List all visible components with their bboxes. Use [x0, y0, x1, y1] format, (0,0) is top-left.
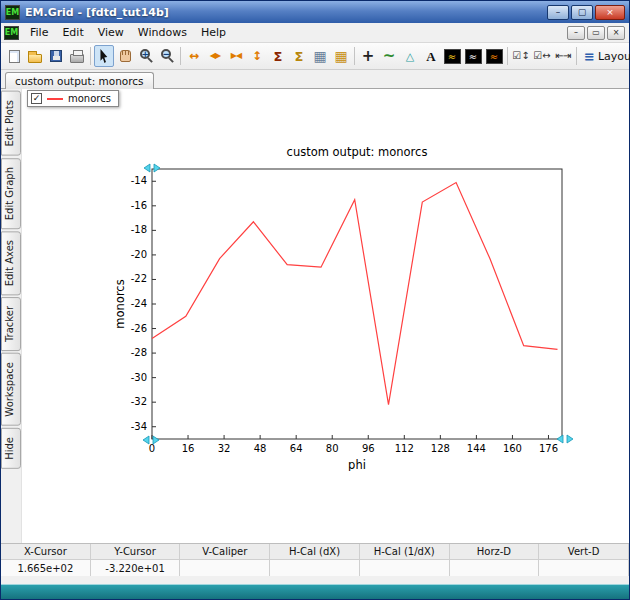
h-collapse-icon: ▶◀ [231, 52, 241, 60]
status-col-h-cal-1dx: H-Cal (1/dX) [360, 544, 450, 560]
legend-checkbox[interactable]: ✓ [31, 93, 42, 104]
status-value-vert-d [539, 560, 629, 576]
plot-style-3-button[interactable]: ≈ [484, 45, 504, 67]
status-col-horz-d: Horz-D [450, 544, 540, 560]
autoscale-h-icon: ☑↔ [533, 51, 550, 61]
open-folder-icon [28, 54, 42, 63]
zoom-in-button[interactable]: + [136, 45, 156, 67]
maximize-button[interactable]: ▢ [571, 5, 593, 20]
sum-x-button[interactable]: Σ [268, 45, 288, 67]
sum-y-icon: Σ [295, 50, 304, 63]
x-tick-label: 160 [503, 443, 522, 454]
polyline-tool-icon: △ [406, 51, 414, 62]
status-value-x-cursor: 1.665e+02 [1, 560, 91, 576]
text-tool-button[interactable]: A [421, 45, 441, 67]
axis-handle[interactable] [557, 435, 573, 443]
autoscale-h-button[interactable]: ☑↔ [532, 45, 552, 67]
series-line [152, 183, 558, 405]
h-collapse-button[interactable]: ▶◀ [226, 45, 246, 67]
curve-tool-icon: ~ [383, 49, 396, 64]
print-icon [70, 54, 84, 63]
x-tick-label: 16 [182, 443, 195, 454]
status-value-h-cal-dx [270, 560, 360, 576]
y-tick-label: -20 [131, 249, 147, 260]
fit-width-button[interactable]: ⇤⇥ [553, 45, 573, 67]
sum-x-icon: Σ [274, 50, 283, 63]
y-tick-label: -32 [131, 396, 147, 407]
x-tick-label: 112 [395, 443, 414, 454]
toolbar-separator [507, 47, 508, 65]
pointer-tool-button[interactable] [94, 45, 114, 67]
x-tick-label: 96 [362, 443, 375, 454]
v-fit-icon: ↕ [252, 50, 262, 62]
table-view-icon: ▦ [313, 49, 326, 63]
table-view-button[interactable]: ▦ [310, 45, 330, 67]
menu-edit[interactable]: Edit [55, 24, 90, 41]
toolbar-separator [576, 47, 577, 65]
zoom-out-button[interactable]: − [157, 45, 177, 67]
h-expand-button[interactable]: ◀▶ [205, 45, 225, 67]
minimize-button[interactable]: – [547, 5, 569, 20]
sidebar-tab-hide[interactable]: Hide [1, 428, 21, 469]
layout-lines-icon: ≡ [584, 49, 595, 64]
legend-label: monorcs [68, 93, 111, 104]
status-col-x-cursor: X-Cursor [1, 544, 91, 560]
app-window: EM EM.Grid - [fdtd_tut14b] – ▢ × EM File… [0, 0, 630, 600]
autoscale-v-button[interactable]: ☑↕ [511, 45, 531, 67]
layout-label: Layout [598, 50, 630, 63]
pan-tool-button[interactable] [115, 45, 135, 67]
plot-style-2-icon: ≈ [465, 49, 482, 64]
toolbar-separator [180, 47, 181, 65]
close-button[interactable]: × [595, 5, 625, 20]
new-file-icon [9, 50, 20, 63]
mdi-close-button[interactable]: × [607, 26, 625, 40]
sidebar-tab-workspace[interactable]: Workspace [1, 353, 21, 426]
menu-help[interactable]: Help [194, 24, 233, 41]
menu-view[interactable]: View [91, 24, 131, 41]
sidebar-tab-edit-plots[interactable]: Edit Plots [1, 91, 21, 156]
data-grid-button[interactable]: ▦ [331, 45, 351, 67]
plot-canvas: custom output: monorcs016324864809611212… [22, 89, 629, 543]
mdi-restore-button[interactable]: ▭ [587, 26, 605, 40]
zoom-in-glyph: + [142, 49, 150, 59]
status-value-v-caliper [180, 560, 270, 576]
status-col-v-caliper: V-Caliper [180, 544, 270, 560]
zoom-out-glyph: − [163, 49, 171, 59]
fit-width-icon: ⇤⇥ [556, 51, 571, 61]
v-fit-button[interactable]: ↕ [247, 45, 267, 67]
layout-button[interactable]: ≡ Layout [584, 49, 630, 64]
x-tick-label: 144 [467, 443, 486, 454]
sidebar: Edit Plots Edit Graph Edit Axes Tracker … [1, 89, 22, 543]
h-expand-icon: ◀▶ [210, 52, 220, 60]
tab-custom-output-monorcs[interactable]: custom output: monorcs [5, 72, 154, 89]
menu-file[interactable]: File [23, 24, 55, 41]
curve-tool-button[interactable]: ~ [379, 45, 399, 67]
data-grid-icon: ▦ [334, 49, 347, 63]
y-tick-label: -28 [131, 347, 147, 358]
chart-svg[interactable]: custom output: monorcs016324864809611212… [112, 141, 582, 471]
sidebar-tab-tracker[interactable]: Tracker [1, 297, 21, 351]
print-button[interactable] [67, 45, 87, 67]
menu-windows[interactable]: Windows [131, 24, 194, 41]
plot-style-1-button[interactable]: ≈ [442, 45, 462, 67]
sidebar-tab-edit-graph[interactable]: Edit Graph [1, 158, 21, 229]
y-tick-label: -18 [131, 224, 147, 235]
h-fit-button[interactable]: ↔ [184, 45, 204, 67]
plot-style-2-button[interactable]: ≈ [463, 45, 483, 67]
plot-style-1-glyph: ≈ [448, 51, 456, 62]
status-value-h-cal-1dx [360, 560, 450, 576]
x-tick-label: 0 [149, 443, 155, 454]
content-area: ✓ monorcs Edit Plots Edit Graph Edit Axe… [1, 89, 629, 543]
status-bar: X-Cursor Y-Cursor V-Caliper H-Cal (dX) H… [1, 543, 629, 576]
mdi-minimize-button[interactable]: – [567, 26, 585, 40]
mdi-child-icon[interactable]: EM [4, 26, 19, 40]
add-marker-button[interactable]: + [358, 45, 378, 67]
new-file-button[interactable] [4, 45, 24, 67]
save-button[interactable] [46, 45, 66, 67]
pan-tool-icon [120, 50, 131, 62]
open-folder-button[interactable] [25, 45, 45, 67]
sidebar-tab-edit-axes[interactable]: Edit Axes [1, 231, 21, 295]
sum-y-button[interactable]: Σ [289, 45, 309, 67]
polyline-tool-button[interactable]: △ [400, 45, 420, 67]
chart-title: custom output: monorcs [287, 145, 428, 159]
